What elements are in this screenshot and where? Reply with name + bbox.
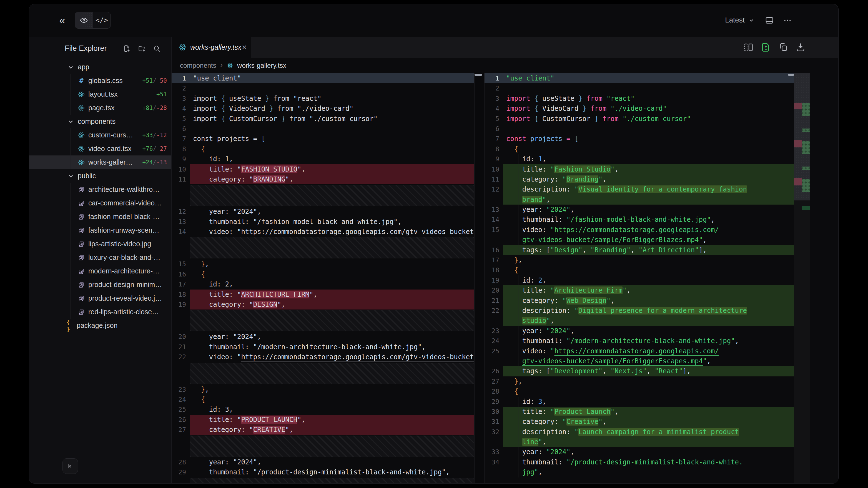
file-item-architecture-walkthro[interactable]: architecture-walkthro… — [29, 183, 171, 196]
line-number: 6 — [485, 124, 503, 134]
line-number: 1 — [485, 73, 503, 83]
collapse-panel-button[interactable]: « — [59, 15, 65, 26]
close-tab-button[interactable]: × — [241, 43, 247, 51]
line-number: 9 — [485, 154, 503, 164]
panel-bottom-button[interactable] — [765, 15, 774, 25]
image-icon — [78, 200, 85, 206]
code-line: jpg", — [485, 467, 794, 477]
file-item-package.json[interactable]: { }package.json — [29, 319, 171, 332]
diff-addition-mark — [802, 103, 810, 116]
file-item-works-galler[interactable]: works-galler…+24/-13 — [29, 156, 171, 169]
diff-filler — [190, 363, 474, 384]
image-icon — [78, 186, 85, 193]
more-menu-button[interactable] — [783, 16, 792, 25]
file-item-product-design-minim[interactable]: product-design-minim… — [29, 278, 171, 291]
code-line: 23 year: "2024", — [485, 326, 794, 336]
tab-bar: works-gallery.tsx × — [172, 37, 838, 58]
code-line: 28 year: "2024", — [172, 457, 474, 467]
code-line: 3import { useState } from "react" — [172, 94, 474, 103]
react-icon — [78, 145, 85, 152]
image-icon — [78, 309, 85, 315]
code-line: 8 { — [172, 144, 474, 154]
collapse-sidebar-button[interactable] — [62, 458, 78, 474]
file-item-fashion-model-black-[interactable]: fashion-model-black-… — [29, 210, 171, 224]
chevron-down-icon — [67, 173, 74, 179]
code-line: 26 tags: ["Development", "Next.js", "Rea… — [485, 366, 794, 376]
code-line: 26 title: "PRODUCT LAUNCH", — [172, 415, 474, 425]
image-icon — [78, 214, 85, 220]
code-toggle-button[interactable]: </> — [93, 12, 111, 28]
line-number: 10 — [485, 164, 503, 174]
new-folder-button[interactable] — [138, 45, 146, 53]
horizontal-scrollbar-right[interactable] — [788, 74, 794, 76]
code-line: 13 year: "2024", — [485, 204, 794, 215]
file-item-modern-architecture-[interactable]: modern-architecture-… — [29, 264, 171, 278]
file-label: works-galler… — [88, 158, 133, 166]
code-line: line", — [485, 437, 794, 447]
search-files-button[interactable] — [153, 45, 161, 53]
diff-overview-ruler[interactable] — [794, 73, 810, 483]
folder-item-components[interactable]: components — [29, 115, 171, 128]
file-label: layout.tsx — [88, 90, 118, 98]
code-line: 10 title: "Fashion Studio", — [485, 164, 794, 174]
file-label: luxury-car-black-and-… — [88, 254, 160, 261]
code-line: 23 }, — [172, 385, 474, 394]
file-label: globals.css — [88, 76, 123, 85]
code-line: 25 id: 3, — [172, 404, 474, 415]
code-line: 19 category: "DESIGN", — [172, 299, 474, 310]
file-item-globals.css[interactable]: #globals.css+51/-50 — [29, 74, 171, 88]
file-item-lips-artistic-video.jpg[interactable]: lips-artistic-video.jpg — [29, 237, 171, 251]
breadcrumb-folder[interactable]: components — [180, 62, 216, 69]
code-line: 28 { — [485, 386, 794, 396]
diff-pane-modified[interactable]: 1"use client"2 3import { useState } from… — [485, 73, 794, 483]
file-label: architecture-walkthro… — [88, 186, 160, 193]
chevron-down-icon — [67, 64, 74, 70]
download-button[interactable] — [796, 42, 806, 52]
file-item-layout.tsx[interactable]: layout.tsx+51 — [29, 88, 171, 101]
line-number: 2 — [485, 83, 503, 93]
code-line: 25 video: "https://commondatastorage.goo… — [485, 346, 794, 356]
tab-works-gallery[interactable]: works-gallery.tsx × — [172, 37, 251, 58]
code-line: 6 — [172, 124, 474, 134]
code-line: 11 category: "BRANDING", — [172, 174, 474, 184]
code-line: 22 video: "https://commondatastorage.goo… — [172, 352, 474, 362]
diff-stats: +81/-28 — [142, 105, 171, 111]
line-number: 4 — [172, 103, 190, 113]
diff-pane-original[interactable]: 1"use client"2 3import { useState } from… — [172, 73, 474, 483]
code-line: 4import { VideoCard } from "./video-card… — [485, 103, 794, 113]
line-number: 11 — [172, 174, 190, 184]
copy-button[interactable] — [778, 42, 788, 52]
folder-item-app[interactable]: app — [29, 60, 171, 74]
file-item-video-card.tsx[interactable]: video-card.tsx+76/-27 — [29, 142, 171, 156]
version-dropdown[interactable]: Latest — [723, 15, 756, 25]
split-view-button[interactable] — [743, 42, 753, 53]
file-label: product-reveal-video.j… — [88, 294, 162, 302]
diff-addition-mark — [802, 141, 810, 154]
line-number: 21 — [172, 342, 190, 352]
pane-divider[interactable] — [474, 73, 485, 483]
file-item-red-lips-artistic-close[interactable]: red-lips-artistic-close… — [29, 305, 171, 319]
new-file-button[interactable] — [123, 45, 131, 53]
diff-view-button[interactable] — [761, 42, 771, 53]
file-label: modern-architecture-… — [88, 267, 160, 275]
line-number: 2 — [172, 83, 190, 93]
line-number: 20 — [172, 332, 190, 342]
line-number: 30 — [485, 407, 503, 417]
code-line: 6 — [485, 124, 794, 134]
react-icon — [179, 43, 186, 51]
file-item-product-reveal-video.j[interactable]: product-reveal-video.j… — [29, 291, 171, 305]
file-item-page.tsx[interactable]: page.tsx+81/-28 — [29, 101, 171, 115]
file-item-custom-curs[interactable]: custom-curs…+33/-12 — [29, 128, 171, 142]
horizontal-scrollbar-left[interactable] — [474, 74, 482, 76]
code-line: 20 title: "Architecture Firm", — [485, 285, 794, 295]
code-line: 29 id: 3, — [485, 397, 794, 407]
file-item-luxury-car-black-and-[interactable]: luxury-car-black-and-… — [29, 251, 171, 264]
line-number — [485, 467, 503, 477]
file-item-car-commercial-video[interactable]: car-commercial-video… — [29, 196, 171, 210]
code-line: 27 category: "CREATIVE", — [172, 425, 474, 435]
code-line: 31 category: "Creative", — [485, 417, 794, 427]
file-item-fashion-runway-scen[interactable]: fashion-runway-scen… — [29, 224, 171, 237]
folder-item-public[interactable]: public — [29, 169, 171, 183]
preview-toggle-button[interactable] — [75, 12, 93, 28]
diff-stats: +51/-50 — [142, 77, 171, 84]
